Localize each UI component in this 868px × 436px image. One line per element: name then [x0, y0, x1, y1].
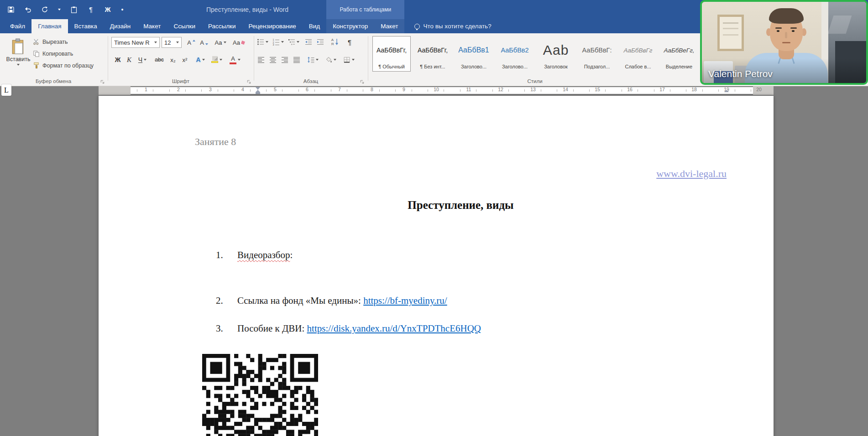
style-heading1[interactable]: АаБбВв1 Заголово... — [455, 36, 493, 72]
list-text: : — [290, 249, 293, 260]
ruler-number: 6 — [306, 87, 309, 92]
cut-button[interactable]: Вырезать — [33, 36, 106, 47]
grow-font-button[interactable]: А — [185, 37, 197, 48]
decrease-indent-button[interactable] — [303, 36, 314, 47]
lightbulb-icon — [414, 24, 420, 29]
align-center-icon — [269, 56, 277, 63]
paragraph-dialog-launcher-icon[interactable] — [360, 78, 365, 83]
clear-formatting-button[interactable]: Аа — [231, 37, 246, 48]
copy-button[interactable]: Копировать — [33, 48, 106, 59]
style-subtitle[interactable]: АаБбВвГ: Подзагол... — [578, 36, 616, 72]
bold-button[interactable]: Ж — [112, 54, 123, 65]
tab-design[interactable]: Дизайн — [104, 19, 137, 33]
person-hair — [769, 8, 804, 24]
save-icon[interactable] — [6, 5, 16, 14]
undo-icon[interactable] — [23, 5, 32, 14]
tab-table-design[interactable]: Конструктор — [326, 19, 374, 33]
tab-references[interactable]: Ссылки — [167, 19, 202, 33]
tab-home[interactable]: Главная — [31, 19, 68, 33]
underline-button[interactable]: Ч — [135, 54, 150, 65]
style-heading2[interactable]: АаБбВв2 Заголово... — [496, 36, 534, 72]
font-size-select[interactable]: 12 — [162, 37, 182, 48]
subscript-button[interactable]: х₂ — [167, 54, 179, 65]
style-title[interactable]: Ааb Заголовок — [537, 36, 575, 72]
shrink-font-button[interactable]: А — [198, 37, 210, 48]
multilevel-list-button[interactable] — [287, 36, 300, 47]
person-eyebrow — [790, 27, 797, 29]
paragraph-group-label: Абзац — [255, 78, 367, 84]
clipboard-dialog-launcher-icon[interactable] — [100, 78, 105, 83]
format-painter-button[interactable]: Формат по образцу — [33, 60, 107, 71]
tab-view[interactable]: Вид — [303, 19, 326, 33]
font-color-button[interactable]: А — [227, 53, 243, 66]
sort-button[interactable]: АЯ — [328, 36, 342, 47]
recording-logo-badge: L — [1, 84, 11, 96]
site-link[interactable]: www.dvi-legal.ru — [656, 168, 727, 179]
decrease-indent-icon — [305, 38, 312, 46]
pilcrow-icon[interactable]: ¶ — [86, 5, 95, 14]
style-no-spacing[interactable]: АаБбВвГг, ¶ Без инт... — [413, 36, 452, 72]
superscript-button[interactable]: х² — [179, 54, 191, 65]
strikethrough-button[interactable]: abc — [152, 54, 166, 65]
line-spacing-button[interactable] — [305, 54, 320, 65]
style-normal[interactable]: АаБбВвГг, ¶ Обычный — [372, 36, 411, 72]
horizontal-ruler[interactable]: 1 2 3 4 5 6 7 8 9 10 11 12 13 14 15 16 1… — [0, 86, 868, 95]
tab-review[interactable]: Рецензирование — [242, 19, 303, 33]
redo-icon[interactable] — [40, 5, 49, 14]
right-indent-marker[interactable] — [724, 90, 729, 92]
left-indent-marker[interactable] — [256, 92, 260, 94]
copy-label: Копировать — [42, 51, 73, 57]
shading-button[interactable] — [322, 54, 339, 65]
paste-button[interactable]: Вставить — [5, 36, 31, 78]
borders-button[interactable] — [340, 54, 357, 65]
list-number: 3. — [216, 323, 237, 334]
style-subtle-emphasis[interactable]: АаБбВвГг Слабое в... — [619, 36, 657, 72]
down-triangle-icon — [205, 43, 208, 45]
chevron-down-icon — [281, 41, 284, 43]
paste-caret-icon — [17, 64, 20, 66]
tab-file[interactable]: Файл — [4, 19, 31, 33]
increase-indent-button[interactable] — [315, 36, 326, 47]
list-item: 2.Ссылка на фонд «Мы едины»: https://bf-… — [216, 295, 447, 306]
tab-table-layout[interactable]: Макет — [374, 19, 404, 33]
yandex-disk-hyperlink[interactable]: https://disk.yandex.ru/d/YnxTPDThcE6HQQ — [307, 323, 481, 334]
increase-indent-icon — [317, 38, 324, 46]
text-effects-button[interactable]: А — [193, 54, 207, 65]
font-dialog-launcher-icon[interactable] — [246, 78, 251, 83]
cut-label: Вырезать — [42, 39, 68, 45]
tab-layout[interactable]: Макет — [137, 19, 167, 33]
qat-customize-icon[interactable] — [57, 5, 62, 14]
justify-button[interactable] — [291, 54, 302, 65]
style-name: Выделение — [666, 64, 692, 69]
ruler-number: 8 — [371, 87, 373, 92]
tab-insert[interactable]: Вставка — [68, 19, 104, 33]
ruler-number: 7 — [338, 87, 341, 92]
align-right-button[interactable] — [279, 54, 290, 65]
font-size-value: 12 — [164, 39, 171, 46]
clipboard-icon[interactable] — [69, 5, 78, 14]
picture-frame — [717, 15, 744, 51]
style-emphasis[interactable]: АаБбВеГг, Выделение — [660, 36, 698, 72]
bold-qat-icon[interactable]: Ж — [103, 5, 112, 14]
person-eyebrow — [775, 27, 782, 29]
up-triangle-icon — [193, 40, 195, 42]
align-center-button[interactable] — [267, 54, 278, 65]
ruler-number: 2 — [177, 87, 180, 92]
shrink-font-label: А — [200, 39, 204, 46]
font-name-select[interactable]: Times New R — [111, 37, 160, 48]
tab-mailings[interactable]: Рассылки — [202, 19, 242, 33]
style-preview: АаБбВв1 — [455, 36, 492, 64]
bullets-button[interactable] — [256, 36, 269, 47]
fund-hyperlink[interactable]: https://bf-myediny.ru/ — [363, 295, 447, 306]
highlight-color-button[interactable] — [209, 53, 225, 66]
ruler-number: 18 — [691, 87, 697, 92]
person-nose — [785, 32, 787, 38]
numbering-button[interactable]: 123 — [271, 36, 285, 47]
show-marks-button[interactable]: ¶ — [344, 36, 355, 47]
change-case-button[interactable]: Аа — [212, 37, 229, 48]
format-painter-icon — [33, 62, 40, 69]
italic-button[interactable]: К — [124, 54, 134, 65]
document-page[interactable]: Занятие 8 www.dvi-legal.ru Преступление,… — [99, 96, 774, 436]
tell-me-box[interactable]: Что вы хотите сделать? — [414, 19, 491, 33]
align-left-button[interactable] — [256, 54, 267, 65]
